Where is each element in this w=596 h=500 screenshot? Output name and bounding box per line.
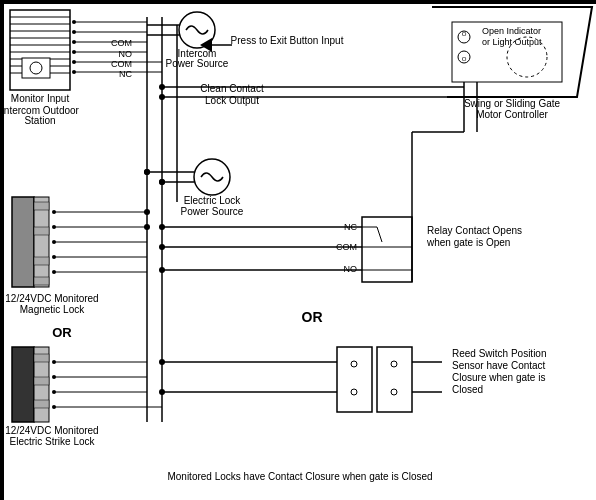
svg-text:or Light Output: or Light Output [482, 37, 542, 47]
svg-rect-60 [34, 257, 49, 265]
svg-rect-61 [34, 277, 49, 285]
svg-text:Power Source: Power Source [181, 206, 244, 217]
svg-text:Swing or Sliding Gate: Swing or Sliding Gate [464, 98, 561, 109]
svg-text:Power Source: Power Source [166, 58, 229, 69]
svg-point-48 [159, 94, 165, 100]
svg-text:Motor Controller: Motor Controller [476, 109, 548, 120]
svg-text:Magnetic Lock: Magnetic Lock [20, 304, 85, 315]
svg-text:NO: NO [119, 49, 133, 59]
svg-text:Closed: Closed [452, 384, 483, 395]
svg-text:Relay Contact Opens: Relay Contact Opens [427, 225, 522, 236]
svg-text:Closure when gate is: Closure when gate is [452, 372, 545, 383]
svg-text:OR: OR [52, 325, 72, 340]
svg-text:COM: COM [111, 38, 132, 48]
svg-text:Station: Station [24, 115, 55, 126]
wiring-diagram: Monitor Input Intercom Outdoor Station I… [0, 0, 596, 500]
svg-text:OR: OR [302, 309, 323, 325]
svg-rect-58 [34, 202, 49, 210]
svg-point-143 [144, 169, 150, 175]
svg-point-136 [159, 389, 165, 395]
svg-text:O: O [462, 31, 467, 37]
svg-text:Open Indicator: Open Indicator [482, 26, 541, 36]
svg-point-145 [144, 209, 150, 215]
svg-text:12/24VDC Monitored: 12/24VDC Monitored [5, 293, 98, 304]
svg-point-135 [159, 359, 165, 365]
svg-rect-78 [34, 377, 49, 385]
svg-rect-75 [12, 347, 34, 422]
svg-rect-79 [34, 400, 49, 408]
svg-text:COM: COM [111, 59, 132, 69]
svg-text:Electric Lock: Electric Lock [184, 195, 242, 206]
svg-text:NO: NO [344, 264, 358, 274]
svg-text:Press to Exit Button Input: Press to Exit Button Input [231, 35, 344, 46]
svg-rect-57 [34, 197, 49, 287]
svg-point-144 [159, 179, 165, 185]
svg-text:Monitored Locks have Contact C: Monitored Locks have Contact Closure whe… [167, 471, 432, 482]
svg-point-120 [159, 244, 165, 250]
svg-text:12/24VDC Monitored: 12/24VDC Monitored [5, 425, 98, 436]
svg-text:Clean Contact: Clean Contact [200, 83, 264, 94]
svg-rect-56 [12, 197, 34, 287]
svg-text:O: O [462, 56, 467, 62]
svg-text:when gate is Open: when gate is Open [426, 237, 510, 248]
svg-text:Monitor Input: Monitor Input [11, 93, 70, 104]
svg-rect-11 [22, 58, 50, 78]
svg-rect-59 [34, 227, 49, 235]
svg-point-119 [159, 224, 165, 230]
svg-rect-77 [34, 354, 49, 362]
svg-text:Sensor have Contact: Sensor have Contact [452, 360, 546, 371]
svg-text:NC: NC [119, 69, 132, 79]
svg-point-121 [159, 267, 165, 273]
svg-text:Electric Strike Lock: Electric Strike Lock [9, 436, 95, 447]
svg-point-47 [159, 84, 165, 90]
svg-text:Reed Switch Position: Reed Switch Position [452, 348, 547, 359]
svg-point-146 [144, 224, 150, 230]
